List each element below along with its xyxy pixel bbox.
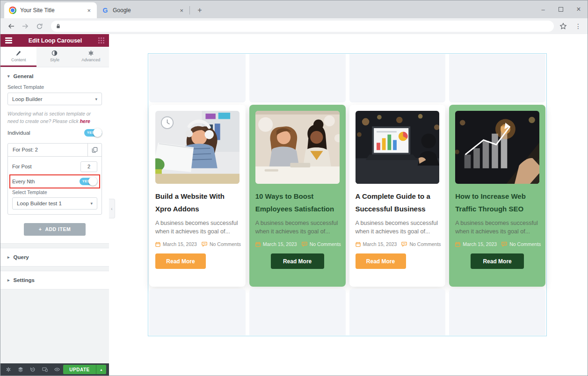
post-comments: No Comments — [509, 241, 541, 247]
update-button[interactable]: UPDATE — [63, 365, 96, 374]
bookmark-star-button[interactable] — [558, 21, 569, 32]
eye-icon — [54, 367, 60, 372]
history-button[interactable] — [27, 363, 39, 376]
comments-icon — [202, 241, 207, 247]
caret-down-icon: ▾ — [7, 74, 10, 79]
hamburger-menu-icon[interactable] — [5, 37, 12, 43]
section-settings[interactable]: ▸ Settings — [0, 271, 109, 289]
loop-carousel-section[interactable]: Build a Website With Xpro Addons A busin… — [148, 53, 547, 336]
section-query[interactable]: ▸ Query — [0, 248, 109, 266]
post-card[interactable]: 10 Ways to Boost Employees Satisfaction … — [249, 105, 346, 287]
window-controls: – × — [534, 0, 588, 18]
read-more-button[interactable]: Read More — [356, 253, 406, 269]
post-comments: No Comments — [210, 241, 241, 247]
post-date: March 15, 2023 — [463, 241, 497, 247]
carousel-ghost-item — [349, 54, 446, 102]
post-meta: March 15, 2023 No Comments — [255, 241, 340, 247]
tab-label: Style — [50, 58, 59, 62]
close-button[interactable]: × — [570, 0, 588, 18]
back-button[interactable] — [5, 20, 17, 32]
individual-toggle-row: Individual YES — [7, 129, 102, 137]
tab-close-icon[interactable]: × — [178, 7, 185, 14]
caret-right-icon: ▸ — [7, 278, 10, 282]
maximize-icon — [559, 7, 563, 12]
comments-icon — [501, 241, 507, 247]
navigator-button[interactable] — [15, 363, 27, 376]
individual-toggle[interactable]: YES — [84, 129, 102, 137]
chrome-favicon-icon — [9, 7, 16, 14]
tab-advanced[interactable]: Advanced — [73, 47, 109, 67]
hint-here-link[interactable]: here — [80, 118, 90, 124]
post-excerpt: A business becomes successful when it ac… — [455, 219, 539, 237]
star-icon — [559, 22, 567, 30]
add-item-button[interactable]: + ADD ITEM — [24, 223, 86, 236]
post-meta: March 15, 2023 No Comments — [455, 241, 539, 247]
forward-button[interactable] — [19, 20, 31, 32]
plus-icon: + — [39, 226, 42, 232]
section-general[interactable]: ▾ General — [0, 67, 109, 84]
repeater-item-title[interactable]: For Post: 2 — [8, 144, 87, 156]
widgets-grid-icon[interactable] — [98, 37, 104, 43]
tab-close-icon[interactable]: × — [86, 7, 92, 14]
select-template-dropdown[interactable]: Loop Builder ▾ — [7, 93, 102, 105]
read-more-button[interactable]: Read More — [155, 253, 206, 269]
toggle-knob — [88, 177, 97, 186]
section-label: General — [14, 73, 34, 79]
layers-icon — [18, 367, 23, 372]
for-post-input[interactable] — [80, 161, 97, 172]
post-card[interactable]: How to Increase Web Traffic Through SEO … — [449, 105, 545, 287]
post-date: March 15, 2023 — [363, 241, 397, 247]
style-contrast-icon — [51, 50, 58, 56]
post-title[interactable]: A Complete Guide to a Successful Busines… — [356, 190, 440, 216]
individual-label: Individual — [7, 130, 30, 136]
panel-footer: UPDATE ▲ — [0, 363, 109, 376]
lock-icon — [56, 23, 61, 29]
toggle-knob — [93, 128, 102, 137]
settings-button[interactable] — [2, 363, 15, 376]
google-favicon-icon: G — [102, 7, 109, 14]
new-tab-button[interactable]: + — [194, 4, 206, 16]
for-post-label: For Post — [12, 164, 32, 169]
panel-empty-area — [0, 289, 109, 363]
carousel-ghost-item — [249, 289, 346, 335]
carousel-ghost-item — [449, 54, 545, 102]
address-bar[interactable] — [51, 21, 554, 32]
repeater-select-template-dropdown[interactable]: Loop Builder test 1 ▾ — [12, 197, 97, 210]
panel-collapse-handle[interactable]: ‹ — [109, 199, 115, 218]
tab-label: Advanced — [81, 58, 100, 62]
tab-content[interactable]: Content — [0, 47, 36, 67]
read-more-button[interactable]: Read More — [471, 253, 524, 269]
post-title[interactable]: 10 Ways to Boost Employees Satisfaction — [255, 190, 340, 216]
section-label: Settings — [14, 277, 35, 283]
tab-google[interactable]: G Google × — [97, 2, 189, 18]
section-divider — [0, 243, 109, 248]
every-nth-label: Every Nth — [12, 179, 35, 184]
add-item-label: ADD ITEM — [45, 226, 71, 232]
maximize-button[interactable] — [552, 0, 570, 18]
repeater-item: For Post: 2 For Post Every Nth — [7, 143, 102, 215]
minimize-button[interactable]: – — [534, 0, 552, 18]
tab-style[interactable]: Style — [36, 47, 73, 67]
read-more-button[interactable]: Read More — [271, 253, 324, 269]
reload-button[interactable] — [33, 20, 45, 32]
duplicate-item-button[interactable] — [87, 144, 102, 156]
section-divider — [0, 266, 109, 271]
comments-icon — [401, 241, 407, 247]
browser-menu-button[interactable]: ⋮ — [573, 21, 583, 32]
every-nth-toggle[interactable]: YES — [80, 178, 97, 185]
post-thumbnail — [455, 111, 539, 184]
post-title[interactable]: Build a Website With Xpro Addons — [155, 190, 240, 216]
calendar-icon — [155, 242, 160, 247]
for-post-row: For Post — [12, 161, 97, 172]
preview-changes-button[interactable] — [51, 363, 63, 376]
post-title[interactable]: How to Increase Web Traffic Through SEO — [455, 190, 539, 216]
browser-toolbar: ⋮ — [0, 18, 588, 34]
panel-tabs: Content Style Advanced — [0, 47, 109, 67]
tab-your-site-title[interactable]: Your Site Title × — [4, 2, 97, 18]
update-options-button[interactable]: ▲ — [96, 365, 106, 374]
post-card[interactable]: Build a Website With Xpro Addons A busin… — [149, 105, 246, 287]
preview-canvas: Build a Website With Xpro Addons A busin… — [109, 34, 588, 376]
post-card[interactable]: A Complete Guide to a Successful Busines… — [349, 105, 446, 287]
responsive-mode-button[interactable] — [39, 363, 51, 376]
thumbnail-two-colleagues — [255, 111, 340, 184]
